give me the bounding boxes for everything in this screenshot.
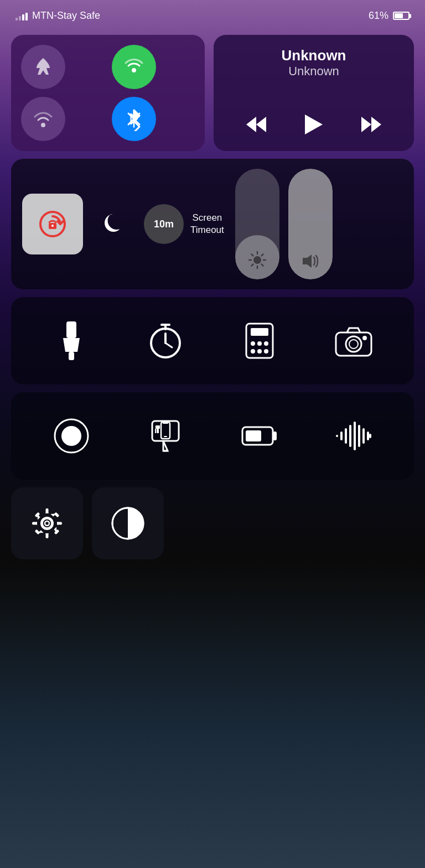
svg-rect-22	[69, 352, 74, 360]
sun-icon	[248, 251, 267, 269]
bluetooth-button[interactable]	[112, 97, 156, 141]
svg-rect-72	[35, 529, 40, 535]
hotspot-icon	[122, 55, 146, 79]
media-controls	[227, 110, 401, 139]
bar4	[25, 13, 28, 20]
svg-point-35	[264, 349, 268, 354]
brightness-slider-container	[235, 169, 279, 279]
media-player-panel: Unknown Unknown	[214, 35, 414, 151]
screen-timeout-label: ScreenTimeout	[190, 212, 224, 236]
svg-point-38	[349, 340, 358, 349]
status-left: MTN-Stay Safe	[15, 10, 100, 22]
svg-rect-45	[156, 425, 160, 429]
svg-line-15	[251, 254, 253, 256]
camera-icon	[335, 325, 372, 357]
status-right: 61%	[369, 10, 410, 22]
sound-recognition-button[interactable]	[307, 406, 401, 466]
svg-rect-44	[157, 429, 159, 433]
wifi-button[interactable]	[21, 97, 65, 141]
airplane-icon	[32, 56, 54, 78]
flashlight-icon	[59, 321, 84, 360]
second-row: 10m ScreenTimeout	[11, 159, 414, 289]
svg-point-41	[61, 426, 81, 446]
media-title: Unknown	[227, 47, 401, 64]
camera-button[interactable]	[307, 310, 401, 371]
mirror-screen-icon	[151, 418, 180, 454]
control-center: Unknown Unknown	[0, 28, 425, 574]
svg-point-9	[51, 225, 54, 227]
hotspot-button[interactable]	[112, 45, 156, 89]
bar1	[15, 18, 18, 20]
svg-marker-2	[256, 117, 266, 132]
bar3	[22, 14, 24, 20]
svg-line-17	[261, 254, 263, 256]
speaker-icon	[300, 253, 320, 269]
signal-bars-icon	[15, 12, 28, 20]
bt-icon	[126, 109, 142, 129]
svg-point-37	[346, 336, 361, 352]
volume-icon	[300, 253, 320, 269]
top-row: Unknown Unknown	[11, 35, 414, 151]
brightness-icon	[248, 251, 267, 269]
low-power-button[interactable]	[212, 406, 307, 466]
battery-low-icon	[241, 424, 278, 448]
svg-point-0	[132, 68, 136, 72]
brightness-slider[interactable]	[235, 169, 279, 279]
next-button[interactable]	[357, 112, 386, 137]
settings-button[interactable]	[11, 487, 83, 559]
calculator-icon	[245, 323, 274, 359]
airplane-mode-button[interactable]	[21, 45, 65, 89]
svg-rect-66	[46, 508, 49, 513]
quick-actions-row1	[11, 297, 414, 384]
screen-timeout-area: 10m ScreenTimeout	[144, 204, 224, 244]
svg-rect-69	[57, 522, 62, 525]
sound-recognition-icon	[335, 420, 372, 451]
screen-rotation-button[interactable]	[22, 194, 83, 254]
svg-rect-67	[46, 533, 49, 538]
volume-slider-container	[288, 169, 333, 279]
battery-fill	[395, 13, 403, 18]
svg-line-25	[165, 343, 172, 347]
svg-point-65	[45, 521, 49, 526]
timer-button[interactable]	[118, 310, 212, 371]
status-bar: MTN-Stay Safe 61%	[0, 0, 425, 28]
svg-rect-52	[273, 432, 277, 440]
bar2	[19, 16, 21, 20]
sliders-area	[235, 169, 403, 279]
svg-rect-50	[163, 423, 168, 424]
svg-point-34	[257, 349, 262, 354]
prev-icon	[246, 117, 266, 132]
svg-point-64	[42, 518, 52, 528]
quick-actions-row2	[11, 392, 414, 480]
screen-record-button[interactable]	[24, 406, 118, 466]
svg-point-10	[253, 256, 261, 264]
screen-timeout-button[interactable]: 10m	[144, 204, 184, 244]
settings-gear-icon	[30, 506, 64, 540]
media-subtitle: Unknown	[227, 64, 401, 79]
dark-mode-button[interactable]	[92, 487, 164, 559]
next-icon	[361, 117, 381, 132]
flashlight-button[interactable]	[24, 310, 118, 371]
moon-icon	[99, 210, 128, 238]
svg-marker-5	[361, 117, 371, 132]
svg-rect-73	[54, 512, 60, 518]
mirror-screen-button[interactable]	[118, 406, 212, 466]
wifi-icon	[31, 107, 55, 131]
svg-marker-21	[63, 338, 80, 352]
network-panel	[11, 35, 205, 151]
svg-rect-53	[246, 430, 261, 441]
svg-rect-29	[251, 328, 268, 336]
svg-marker-46	[163, 441, 168, 451]
calculator-button[interactable]	[212, 310, 307, 371]
play-button[interactable]	[300, 110, 327, 139]
screen-record-icon	[53, 418, 90, 454]
svg-point-1	[41, 123, 45, 127]
do-not-disturb-button[interactable]	[94, 205, 133, 243]
prev-button[interactable]	[242, 112, 271, 137]
svg-point-30	[251, 341, 255, 346]
volume-slider[interactable]	[288, 169, 333, 279]
svg-point-39	[362, 336, 367, 340]
svg-rect-42	[152, 421, 179, 441]
svg-marker-3	[246, 117, 256, 132]
svg-line-18	[251, 264, 253, 266]
